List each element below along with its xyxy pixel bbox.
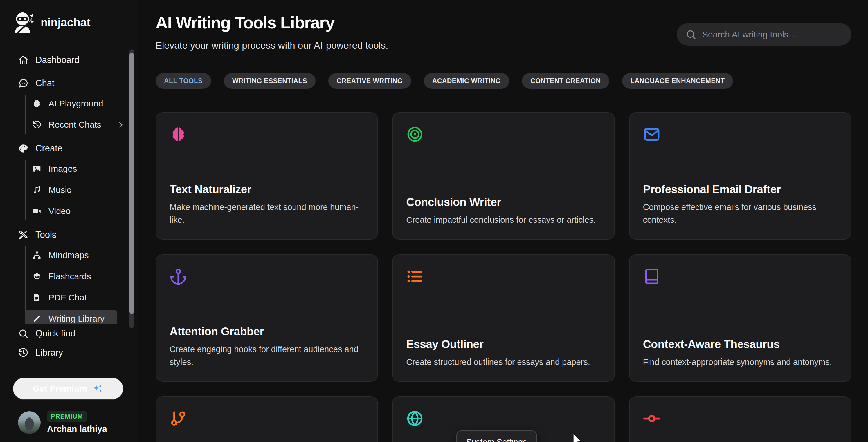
sidebar-item-quick-find[interactable]: Quick find — [18, 325, 138, 342]
user-profile[interactable]: PREMIUM Archan lathiya — [18, 411, 107, 434]
sidebar-item-label: Video — [49, 206, 70, 216]
filter-academic-writing[interactable]: ACADEMIC WRITING — [424, 73, 509, 89]
sparkles-icon — [92, 383, 103, 395]
tools-icon — [18, 230, 28, 240]
mouse-cursor — [571, 433, 584, 442]
tool-description: Create impactful conclusions for essays … — [406, 214, 601, 227]
ninja-logo-icon — [11, 10, 35, 34]
tool-card-professional-email-drafter[interactable]: Professional Email DrafterCompose effect… — [629, 112, 851, 240]
sidebar-item-writing-library[interactable]: Writing Library — [25, 310, 117, 324]
target-icon — [406, 126, 424, 143]
system-settings-tooltip: System Settings — [456, 431, 537, 442]
sidebar-sublist: ImagesMusicVideo — [25, 160, 131, 220]
sidebar-item-create[interactable]: Create — [18, 139, 131, 158]
filter-chips: ALL TOOLSWRITING ESSENTIALSCREATIVE WRIT… — [156, 73, 733, 89]
filter-all-tools[interactable]: ALL TOOLS — [156, 73, 211, 89]
sidebar-group: Dashboard — [18, 51, 131, 69]
filter-language-enhancement[interactable]: LANGUAGE ENHANCEMENT — [622, 73, 733, 89]
tool-card-conclusion-writer[interactable]: Conclusion WriterCreate impactful conclu… — [392, 112, 615, 240]
filter-creative-writing[interactable]: CREATIVE WRITING — [328, 73, 411, 89]
globe-icon — [406, 410, 424, 427]
sidebar-nav: DashboardChatAI PlaygroundRecent ChatsCr… — [0, 49, 131, 324]
filter-content-creation[interactable]: CONTENT CREATION — [522, 73, 609, 89]
sidebar-item-recent-chats[interactable]: Recent Chats — [32, 116, 131, 134]
tool-description: Make machine-generated text sound more h… — [169, 201, 364, 226]
brain-icon — [32, 99, 41, 108]
palette-icon — [18, 143, 28, 154]
tool-card[interactable] — [629, 397, 851, 442]
tool-card-essay-outliner[interactable]: Essay OutlinerCreate structured outlines… — [392, 254, 615, 382]
sidebar-item-label: Music — [49, 185, 71, 195]
tool-description: Find context-appropriate synonyms and an… — [643, 356, 838, 369]
tool-card-context-aware-thesaurus[interactable]: Context-Aware ThesaurusFind context-appr… — [629, 254, 851, 382]
sidebar-item-music[interactable]: Music — [32, 181, 131, 199]
sidebar-item-ai-playground[interactable]: AI Playground — [32, 95, 131, 112]
video-icon — [32, 206, 41, 216]
sidebar-item-tools[interactable]: Tools — [18, 226, 131, 244]
search-box[interactable] — [677, 23, 851, 45]
sidebar-item-label: Chat — [35, 78, 54, 89]
page-subtitle: Elevate your writing process with our AI… — [156, 40, 389, 51]
get-premium-button[interactable]: Get Premium — [13, 378, 123, 400]
sidebar-sublist: MindmapsFlashcardsPDF ChatWriting Librar… — [25, 246, 131, 324]
sidebar-item-label: Dashboard — [35, 55, 80, 65]
tool-description: Compose effective emails for various bus… — [643, 201, 838, 226]
main-content: AI Writing Tools Library Elevate your wr… — [139, 0, 868, 442]
sidebar-item-mindmaps[interactable]: Mindmaps — [32, 246, 131, 264]
mindmap-icon — [32, 250, 41, 260]
sidebar-item-flashcards[interactable]: Flashcards — [32, 267, 131, 285]
tool-description: Create engaging hooks for different audi… — [169, 343, 364, 368]
tool-card-attention-grabber[interactable]: Attention GrabberCreate engaging hooks f… — [156, 254, 378, 382]
search-input[interactable] — [702, 30, 843, 39]
sidebar-bottom-nav: Quick findLibrary — [0, 325, 138, 363]
image-icon — [32, 164, 41, 173]
mail-icon — [643, 126, 660, 143]
sidebar-item-label: Library — [35, 347, 63, 358]
tool-title: Context-Aware Thesaurus — [643, 338, 838, 351]
sidebar-item-pdf-chat[interactable]: PDF Chat — [32, 288, 131, 307]
tool-card[interactable] — [156, 397, 378, 442]
tool-card-text-naturalizer[interactable]: Text NaturalizerMake machine-generated t… — [156, 112, 378, 240]
page-title: AI Writing Tools Library — [156, 13, 334, 32]
git-branch-icon — [169, 410, 187, 427]
pencil-icon — [32, 314, 41, 324]
tooltip-label: System Settings — [466, 437, 527, 442]
sidebar-item-label: Quick find — [35, 328, 75, 339]
sidebar-item-label: Recent Chats — [49, 120, 101, 130]
sidebar-item-label: Writing Library — [49, 314, 104, 324]
avatar — [18, 411, 41, 434]
get-premium-label: Get Premium — [33, 384, 87, 394]
graduation-cap-icon — [32, 272, 41, 281]
history-icon — [32, 120, 41, 129]
chat-icon — [18, 78, 28, 89]
sidebar-item-label: Mindmaps — [49, 250, 89, 260]
sidebar-item-chat[interactable]: Chat — [18, 74, 131, 92]
sidebar-item-video[interactable]: Video — [32, 202, 131, 220]
app-window: ninjachat DashboardChatAI PlaygroundRece… — [0, 0, 868, 442]
filter-writing-essentials[interactable]: WRITING ESSENTIALS — [224, 73, 315, 89]
search-icon — [18, 328, 28, 339]
list-icon — [406, 268, 424, 285]
sidebar-scrollbar[interactable] — [129, 49, 134, 328]
tool-title: Conclusion Writer — [406, 196, 601, 208]
anchor-icon — [169, 268, 187, 285]
sidebar-item-label: Flashcards — [49, 271, 91, 281]
search-icon — [685, 29, 696, 40]
user-name: Archan lathiya — [47, 424, 107, 434]
sidebar-sublist: AI PlaygroundRecent Chats — [25, 95, 131, 134]
sidebar-item-images[interactable]: Images — [32, 160, 131, 178]
sidebar-item-dashboard[interactable]: Dashboard — [18, 51, 131, 69]
sidebar-group: CreateImagesMusicVideo — [18, 139, 131, 220]
sidebar-group: ChatAI PlaygroundRecent Chats — [18, 74, 131, 134]
sidebar-scrollbar-thumb[interactable] — [129, 53, 134, 314]
chevron-right-icon — [116, 121, 125, 129]
file-icon — [32, 293, 41, 302]
tool-description: Create structured outlines for essays an… — [406, 356, 601, 369]
logo[interactable]: ninjachat — [11, 10, 90, 34]
sidebar-item-library[interactable]: Library — [18, 344, 138, 362]
book-icon — [643, 268, 660, 285]
tool-title: Attention Grabber — [169, 325, 364, 338]
sidebar-group: ToolsMindmapsFlashcardsPDF ChatWriting L… — [18, 226, 131, 324]
sidebar-item-label: Tools — [35, 230, 56, 240]
brain-icon — [169, 126, 187, 143]
